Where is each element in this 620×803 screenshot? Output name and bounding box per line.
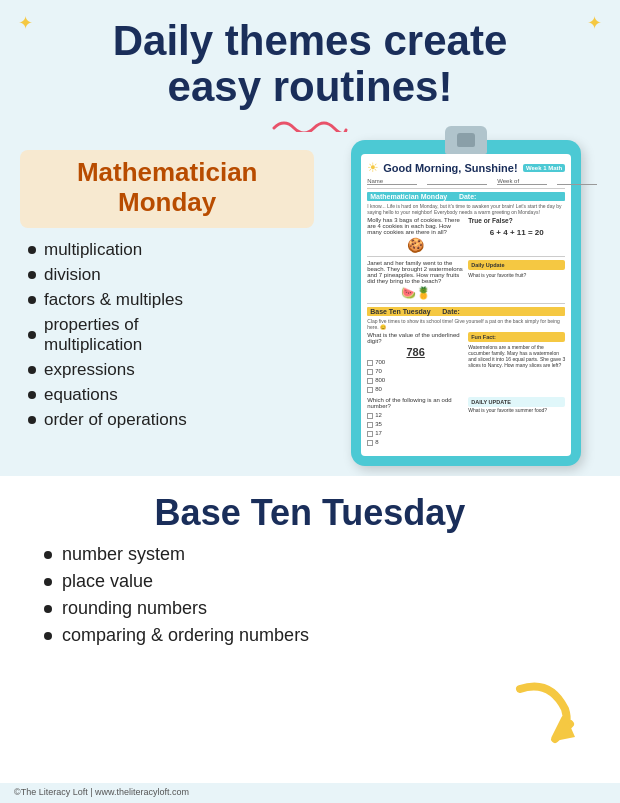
clipboard-col: ☀ Good Morning, Sunshine! Week 1 Math Na… [332, 150, 600, 466]
paper-intro-text: I know... Life is hard on Monday, but it… [367, 203, 565, 215]
paper-problem-row: Molly has 3 bags of cookies. There are 4… [367, 217, 565, 253]
daily-update2-question: What is your favorite summer food? [468, 407, 565, 413]
paper-title-row: ☀ Good Morning, Sunshine! [367, 160, 517, 175]
checkbox-12[interactable] [367, 413, 373, 419]
week-field-value [557, 178, 597, 185]
name-field-value [427, 178, 487, 185]
cookie-emoji: 🍪 [367, 237, 464, 253]
clipboard-paper: ☀ Good Morning, Sunshine! Week 1 Math Na… [361, 154, 571, 456]
bullet-dot [44, 551, 52, 559]
checkbox-35[interactable] [367, 422, 373, 428]
list-item: order of operations [28, 410, 314, 430]
daily-update-question: What is your favorite fruit? [468, 272, 565, 278]
footer: ©The Literacy Loft | www.theliteracyloft… [0, 783, 620, 803]
option-800: 800 [367, 376, 464, 385]
bullet-dot [28, 331, 36, 339]
digit-number: 786 [367, 346, 464, 358]
true-false-equation: 6 + 4 + 11 = 20 [468, 228, 565, 237]
paper-cell-daily-update2: DAILY UPDATE What is your favorite summe… [468, 397, 565, 447]
digit-checkboxes: 700 70 800 80 [367, 358, 464, 394]
fun-fact-title: Fun Fact: [468, 332, 565, 342]
monday-label: Mathematician Monday [20, 150, 314, 228]
paper-section2-title: Base Ten Tuesday Date: [367, 307, 565, 316]
clipboard-clip-inner [457, 133, 475, 147]
paper-cell-fun-fact: Fun Fact: Watermelons are a member of th… [468, 332, 565, 394]
paper-cell-odd: Which of the following is an odd number?… [367, 397, 464, 447]
squiggle-decoration [270, 116, 350, 132]
list-item: properties ofmultiplication [28, 315, 314, 355]
option-700: 700 [367, 358, 464, 367]
list-item: comparing & ordering numbers [44, 625, 596, 646]
clipboard-clip [445, 126, 487, 154]
week-field-label: Week of [497, 178, 547, 185]
checkbox-700[interactable] [367, 360, 373, 366]
list-item: expressions [28, 360, 314, 380]
paper-problem2-row: Janet and her family went to the beach. … [367, 260, 565, 300]
option-35: 35 [367, 420, 464, 429]
paper-section1-title: Mathematician Monday Date: [367, 192, 565, 201]
monday-label-text: Mathematician Monday [34, 158, 300, 218]
base-ten-title: Base Ten Tuesday [24, 492, 596, 534]
paper-cell-daily-update: Daily Update What is your favorite fruit… [468, 260, 565, 300]
checkbox-80[interactable] [367, 387, 373, 393]
monday-bullet-list: multiplication division factors & multip… [28, 240, 314, 435]
list-item: place value [44, 571, 596, 592]
odd-question: Which of the following is an odd number? [367, 397, 464, 409]
paper-cell-trueFalse: True or False? 6 + 4 + 11 = 20 [468, 217, 565, 253]
star-left-icon: ✦ [18, 12, 33, 34]
list-item: division [28, 265, 314, 285]
true-false-title: True or False? [468, 217, 565, 224]
paper-section2-subtitle: Clap five times to show its school time!… [367, 318, 565, 330]
paper-odd-row: Which of the following is an odd number?… [367, 397, 565, 447]
checkbox-8[interactable] [367, 440, 373, 446]
odd-checkboxes: 12 35 17 8 [367, 411, 464, 447]
problem1-text: Molly has 3 bags of cookies. There are 4… [367, 217, 464, 235]
bullet-dot [28, 271, 36, 279]
paper-cell-problem2: Janet and her family went to the beach. … [367, 260, 464, 300]
arrow-decoration [510, 669, 590, 753]
sun-icon: ☀ [367, 160, 379, 175]
bullet-dot [28, 366, 36, 374]
paper-name-fields: Name Week of [367, 178, 565, 185]
page-title: Daily themes create easy routines! [30, 18, 590, 110]
option-70: 70 [367, 367, 464, 376]
daily-update-title: Daily Update [468, 260, 565, 270]
header: ✦ ✦ Daily themes create easy routines! [0, 0, 620, 140]
clipboard-bg: ☀ Good Morning, Sunshine! Week 1 Math Na… [351, 140, 581, 466]
base-ten-tuesday-section: Base Ten Tuesday number system place val… [0, 476, 620, 783]
paper-header: ☀ Good Morning, Sunshine! Week 1 Math [367, 160, 565, 175]
monday-left-col: Mathematician Monday multiplication divi… [20, 150, 314, 466]
footer-text: ©The Literacy Loft | www.theliteracyloft… [14, 787, 189, 797]
daily-update2-title: DAILY UPDATE [468, 397, 565, 407]
checkbox-800[interactable] [367, 378, 373, 384]
name-field-label: Name [367, 178, 417, 185]
bullet-dot [44, 605, 52, 613]
bullet-dot [28, 246, 36, 254]
paper-cell-digit: What is the value of the underlined digi… [367, 332, 464, 394]
option-80: 80 [367, 385, 464, 394]
bullet-dot [28, 391, 36, 399]
checkbox-17[interactable] [367, 431, 373, 437]
bullet-dot [44, 578, 52, 586]
star-right-icon: ✦ [587, 12, 602, 34]
option-17: 17 [367, 429, 464, 438]
paper-badge: Week 1 Math [523, 164, 565, 172]
option-12: 12 [367, 411, 464, 420]
clipboard: ☀ Good Morning, Sunshine! Week 1 Math Na… [351, 140, 581, 466]
bullet-dot [28, 416, 36, 424]
digit-question: What is the value of the underlined digi… [367, 332, 464, 344]
page: ✦ ✦ Daily themes create easy routines! M… [0, 0, 620, 803]
bullet-dot [44, 632, 52, 640]
option-8: 8 [367, 438, 464, 447]
bullet-dot [28, 296, 36, 304]
problem2-text: Janet and her family went to the beach. … [367, 260, 464, 284]
list-item: equations [28, 385, 314, 405]
mathematician-monday-section: Mathematician Monday multiplication divi… [0, 140, 620, 476]
list-item: factors & multiples [28, 290, 314, 310]
list-item: multiplication [28, 240, 314, 260]
checkbox-70[interactable] [367, 369, 373, 375]
list-item: rounding numbers [44, 598, 596, 619]
paper-main-title: Good Morning, Sunshine! [383, 162, 517, 174]
paper-cell-problem1: Molly has 3 bags of cookies. There are 4… [367, 217, 464, 253]
arrow-icon [510, 669, 590, 749]
